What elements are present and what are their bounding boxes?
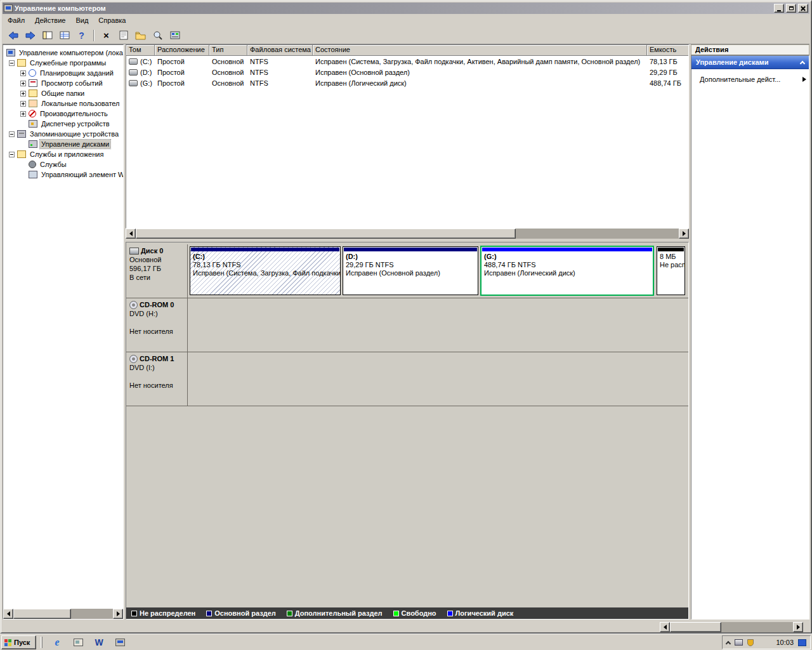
legend-label: Основной раздел bbox=[214, 609, 276, 617]
scroll-right-button[interactable] bbox=[793, 622, 803, 632]
scroll-right-button[interactable] bbox=[679, 229, 689, 239]
column-header-volume[interactable]: Том bbox=[126, 45, 155, 56]
scrollbar-thumb[interactable] bbox=[670, 622, 721, 632]
partition-d[interactable]: (D:) 29,29 ГБ NTFS Исправен (Основной ра… bbox=[343, 246, 478, 295]
column-header-capacity[interactable]: Емкость bbox=[647, 45, 689, 56]
scroll-left-button[interactable] bbox=[126, 229, 136, 239]
restore-button[interactable] bbox=[786, 4, 796, 13]
tree-item-computer-management-root[interactable]: Управление компьютером (лока bbox=[3, 48, 123, 58]
partition-c[interactable]: (C:) 78,13 ГБ NTFS Исправен (Система, За… bbox=[190, 246, 341, 295]
partition-unallocated[interactable]: 8 МБ Не распределен bbox=[657, 246, 685, 295]
export-list-button[interactable] bbox=[56, 28, 72, 43]
collapse-icon[interactable] bbox=[9, 131, 15, 137]
open-button[interactable] bbox=[133, 28, 148, 43]
legend-label: Дополнительный раздел bbox=[295, 609, 383, 617]
actions-disk-management-header[interactable]: Управление дисками bbox=[691, 56, 809, 69]
expand-icon[interactable] bbox=[20, 81, 26, 86]
tree-item-event-viewer[interactable]: Просмотр событий bbox=[3, 78, 123, 88]
start-button[interactable]: Пуск bbox=[1, 635, 36, 649]
scroll-left-button[interactable] bbox=[3, 609, 13, 619]
tree-item-label: Производительность bbox=[39, 109, 109, 118]
expand-icon[interactable] bbox=[20, 70, 26, 76]
window-horizontal-scrollbar[interactable] bbox=[660, 622, 803, 632]
tree-item-shared-folders[interactable]: Общие папки bbox=[3, 88, 123, 98]
tree-item-disk-management[interactable]: Управление дисками bbox=[3, 139, 123, 149]
volume-row-d[interactable]: (D:) Простой Основной NTFS Исправен (Осн… bbox=[126, 67, 688, 77]
menu-view[interactable]: Вид bbox=[70, 15, 93, 25]
scroll-left-button[interactable] bbox=[660, 622, 670, 632]
help-icon: ? bbox=[79, 30, 84, 41]
scrollbar-track[interactable] bbox=[670, 622, 793, 632]
column-header-status[interactable]: Состояние bbox=[313, 45, 647, 56]
delete-button[interactable]: × bbox=[98, 28, 114, 43]
volume-status: Исправен (Основной раздел) bbox=[313, 69, 647, 76]
volume-list-horizontal-scrollbar[interactable] bbox=[126, 229, 689, 239]
close-button[interactable] bbox=[798, 4, 808, 13]
taskbar-clock[interactable]: 10:03 bbox=[776, 639, 794, 646]
tree-item-services[interactable]: Службы bbox=[3, 159, 123, 169]
scrollbar-thumb[interactable] bbox=[13, 609, 71, 619]
cdrom1-label[interactable]: CD-ROM 1 DVD (I:) Нет носителя bbox=[126, 352, 188, 406]
column-header-filesystem[interactable]: Файловая система bbox=[247, 45, 313, 56]
tree-item-system-tools[interactable]: Служебные программы bbox=[3, 58, 123, 68]
tree-item-storage[interactable]: Запоминающие устройства bbox=[3, 129, 123, 139]
tree-item-task-scheduler[interactable]: Планировщик заданий bbox=[3, 68, 123, 78]
forward-icon bbox=[25, 30, 36, 41]
gear-icon bbox=[29, 161, 36, 168]
back-button[interactable] bbox=[5, 28, 21, 43]
expand-icon[interactable] bbox=[20, 91, 26, 96]
properties-button[interactable] bbox=[115, 28, 131, 43]
partition-g[interactable]: (G:) 488,74 ГБ NTFS Исправен (Логический… bbox=[480, 246, 654, 296]
volume-filesystem: NTFS bbox=[247, 69, 313, 76]
internet-explorer-icon[interactable]: e bbox=[51, 636, 63, 649]
disk0-label[interactable]: Диск 0 Основной 596,17 ГБ В сети bbox=[126, 244, 188, 298]
disk-manage-button[interactable] bbox=[167, 28, 183, 43]
minimize-button[interactable] bbox=[774, 4, 784, 13]
network-icon[interactable] bbox=[798, 639, 806, 646]
collapse-icon[interactable] bbox=[9, 152, 15, 157]
titlebar[interactable]: Управление компьютером bbox=[3, 3, 809, 14]
menu-action[interactable]: Действие bbox=[30, 15, 70, 25]
media-status: Нет носителя bbox=[129, 327, 184, 336]
expand-icon[interactable] bbox=[20, 101, 26, 107]
cdrom1-row: CD-ROM 1 DVD (I:) Нет носителя bbox=[126, 352, 688, 406]
expand-icon[interactable] bbox=[20, 111, 26, 117]
volume-layout: Простой bbox=[155, 58, 209, 65]
column-header-type[interactable]: Тип bbox=[209, 45, 247, 56]
scroll-right-button[interactable] bbox=[113, 609, 123, 619]
tray-chevron-icon[interactable] bbox=[726, 640, 731, 646]
word-icon[interactable]: W bbox=[93, 636, 105, 649]
volume-capacity: 488,74 ГБ bbox=[647, 79, 689, 87]
show-hide-tree-button[interactable] bbox=[39, 28, 55, 43]
tree-item-performance[interactable]: Производительность bbox=[3, 109, 123, 119]
column-header-layout[interactable]: Расположение bbox=[155, 45, 209, 56]
scrollbar-thumb[interactable] bbox=[136, 229, 516, 239]
computer-icon bbox=[6, 49, 15, 56]
menu-help[interactable]: Справка bbox=[93, 15, 131, 25]
menu-file[interactable]: Файл bbox=[3, 15, 30, 25]
scrollbar-track[interactable] bbox=[13, 609, 113, 619]
scrollbar-track[interactable] bbox=[136, 229, 679, 239]
show-hide-tree-icon bbox=[43, 30, 53, 40]
forward-button[interactable] bbox=[22, 28, 38, 43]
tree-item-services-and-apps[interactable]: Службы и приложения bbox=[3, 149, 123, 159]
show-desktop-icon[interactable] bbox=[72, 636, 84, 649]
quick-launch-handle[interactable] bbox=[41, 637, 43, 648]
safely-remove-hardware-icon[interactable] bbox=[735, 639, 743, 646]
wmi-icon bbox=[29, 171, 37, 178]
security-icon[interactable] bbox=[747, 639, 754, 646]
computer-management-taskbar-icon[interactable] bbox=[114, 636, 126, 649]
tree-horizontal-scrollbar[interactable] bbox=[3, 609, 123, 619]
volume-row-g[interactable]: (G:) Простой Основной NTFS Исправен (Лог… bbox=[126, 77, 688, 88]
collapse-icon[interactable] bbox=[9, 60, 15, 66]
more-actions-item[interactable]: Дополнительные дейст... bbox=[691, 74, 809, 85]
tree-item-wmi-control[interactable]: Управляющий элемент W bbox=[3, 169, 123, 180]
cdrom0-label[interactable]: CD-ROM 0 DVD (H:) Нет носителя bbox=[126, 298, 188, 352]
help-button[interactable]: ? bbox=[74, 28, 89, 43]
event-viewer-icon bbox=[29, 79, 37, 87]
disk-name: CD-ROM 1 bbox=[140, 354, 174, 363]
find-button[interactable] bbox=[150, 28, 166, 43]
tree-item-device-manager[interactable]: Диспетчер устройств bbox=[3, 119, 123, 129]
volume-row-c[interactable]: (C:) Простой Основной NTFS Исправен (Сис… bbox=[126, 56, 688, 67]
tree-item-local-users[interactable]: Локальные пользовател bbox=[3, 98, 123, 109]
